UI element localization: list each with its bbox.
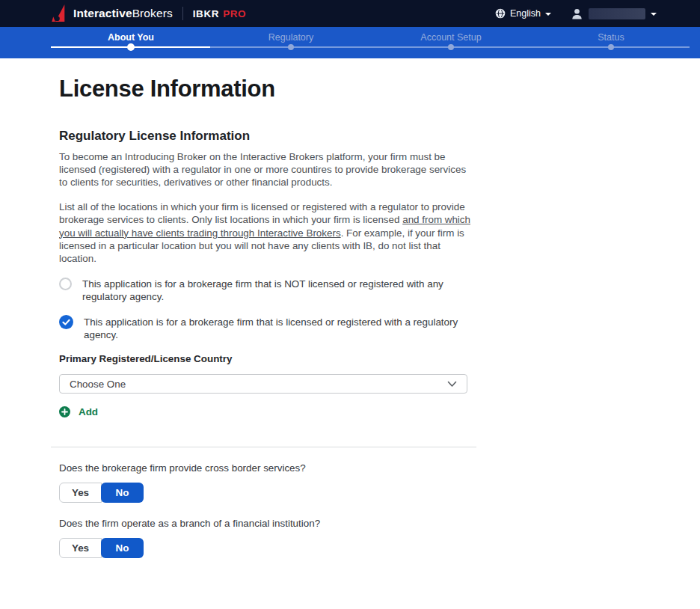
- country-field-label: Primary Registered/License Country: [59, 353, 476, 364]
- chevron-down-icon: [447, 381, 457, 388]
- intro-paragraph: To become an Introducing Broker on the I…: [59, 150, 476, 189]
- top-header: InteractiveBrokers IBKRPRO English: [0, 0, 700, 27]
- step-about-you[interactable]: About You: [108, 32, 154, 43]
- cross-border-toggle: Yes No: [59, 483, 144, 503]
- chevron-down-icon: [651, 13, 657, 16]
- step-dot: [288, 44, 294, 50]
- cross-border-no-button[interactable]: No: [101, 483, 144, 503]
- chevron-down-icon: [545, 13, 551, 16]
- locations-paragraph: List all of the locations in which your …: [59, 201, 476, 266]
- brand-name: InteractiveBrokers: [73, 7, 173, 20]
- language-selector[interactable]: English: [495, 8, 551, 19]
- step-status[interactable]: Status: [598, 32, 624, 43]
- step-regulatory[interactable]: Regulatory: [268, 32, 313, 43]
- branch-question: Does the firm operate as a branch of a f…: [59, 518, 476, 529]
- step-account-setup[interactable]: Account Setup: [420, 32, 481, 43]
- radio-licensed[interactable]: This application is for a brokerage firm…: [59, 315, 476, 342]
- progress-stepper: About You Regulatory Account Setup Statu…: [0, 27, 700, 58]
- radio-selected-check-icon: [59, 315, 73, 329]
- branch-toggle: Yes No: [59, 538, 144, 558]
- branch-no-button[interactable]: No: [101, 538, 144, 558]
- radio-not-licensed[interactable]: This application is for a brokerage firm…: [59, 277, 476, 304]
- step-dot-active: [127, 43, 135, 51]
- language-label: English: [510, 8, 541, 19]
- section-heading: Regulatory License Information: [59, 129, 476, 144]
- header-divider: [182, 7, 183, 20]
- add-country-button[interactable]: Add: [59, 406, 98, 417]
- globe-icon: [495, 8, 506, 19]
- product-badge: IBKRPRO: [193, 8, 246, 19]
- plus-circle-icon: [59, 406, 70, 417]
- section-divider: [51, 447, 476, 447]
- step-dot: [448, 44, 454, 50]
- country-select[interactable]: Choose One: [59, 374, 467, 394]
- ib-flame-icon: [51, 4, 67, 22]
- user-icon: [571, 7, 583, 20]
- user-menu[interactable]: [571, 7, 657, 20]
- username-redacted: [589, 8, 645, 19]
- cross-border-yes-button[interactable]: Yes: [59, 483, 102, 503]
- step-dot: [608, 44, 614, 50]
- cross-border-question: Does the brokerage firm provide cross bo…: [59, 462, 476, 474]
- page-title: License Information: [59, 76, 476, 103]
- brand-logo: InteractiveBrokers: [51, 4, 173, 22]
- radio-unselected-icon: [59, 278, 72, 290]
- branch-yes-button[interactable]: Yes: [59, 538, 102, 558]
- country-select-value: Choose One: [70, 379, 126, 390]
